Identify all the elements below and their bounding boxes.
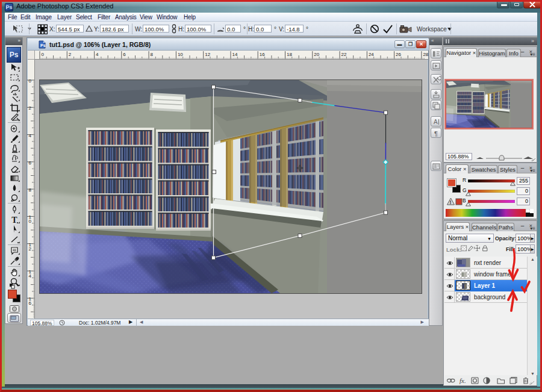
svg-text:Ps: Ps <box>40 43 46 48</box>
svg-text:A: A <box>434 119 438 125</box>
svg-text:¶: ¶ <box>434 130 438 137</box>
svg-text:fx.: fx. <box>459 377 466 384</box>
svg-text:T: T <box>11 216 17 225</box>
svg-text:!: ! <box>450 199 452 205</box>
